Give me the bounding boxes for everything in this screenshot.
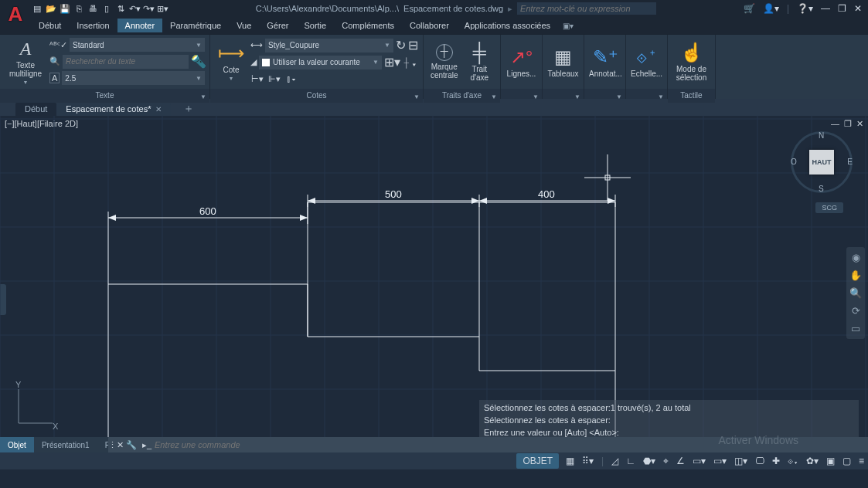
annotation-button[interactable]: ✎⁺Annotat... <box>589 38 622 86</box>
open-icon[interactable]: 📂 <box>45 2 57 15</box>
navigation-bar[interactable]: ◉ ✋ 🔍 ⟳ ▭ <box>846 247 865 339</box>
ribbon-collapse-icon[interactable]: ▣▾ <box>563 22 574 30</box>
status-otrack-icon[interactable]: ∠ <box>672 453 689 469</box>
menu-vue[interactable]: Vue <box>229 19 259 32</box>
dim-style-combo[interactable]: Style_Coupure▼ <box>265 39 393 53</box>
orbit-icon[interactable]: ⟳ <box>852 305 860 317</box>
text-multiline-button[interactable]: A Texte multiligne ▼ <box>5 38 46 86</box>
tab-debut[interactable]: Début <box>15 102 56 116</box>
centerline-button[interactable]: ╪ Trait d'axe <box>464 38 496 86</box>
status-osnap-icon[interactable]: ⌖ <box>659 453 672 469</box>
help-icon[interactable]: ❔▾ <box>797 3 813 14</box>
dim-btn-a-icon[interactable]: ⊞▾ <box>384 55 400 69</box>
steering-wheel-icon[interactable]: ◉ <box>852 252 860 263</box>
status-scale-combo[interactable]: ⟐▾ <box>784 453 802 469</box>
menu-apps[interactable]: Applications associées <box>457 19 558 32</box>
cart-icon[interactable]: 🛒 <box>744 3 755 14</box>
menu-gerer[interactable]: Gérer <box>259 19 296 32</box>
status-custom-icon[interactable]: ≡ <box>855 453 868 469</box>
menu-sortie[interactable]: Sortie <box>296 19 334 32</box>
text-style-combo[interactable]: Standard▼ <box>70 38 205 52</box>
menu-collaborer[interactable]: Collaborer <box>402 19 457 32</box>
tab-add-button[interactable]: ＋ <box>179 102 199 116</box>
status-lwt-icon[interactable]: ▭▾ <box>689 453 710 469</box>
panel-expand-icon[interactable]: ▼ <box>414 90 420 104</box>
find-go-icon[interactable]: 🔦 <box>191 54 205 69</box>
cmdline-handle-icon[interactable]: ⋮✕ <box>108 440 124 450</box>
viewcube[interactable]: HAUT N S E O <box>791 131 853 193</box>
plot-icon[interactable]: 🖶 <box>87 2 99 15</box>
status-dd-icon[interactable]: ▭▾ <box>710 453 730 469</box>
layout-tab-objet[interactable]: Objet <box>0 437 34 452</box>
dim-break-icon[interactable]: ⊟ <box>408 38 418 53</box>
center-mark-button[interactable]: ┼ Marque centrale <box>428 38 461 86</box>
close-icon[interactable]: ✕ <box>854 3 862 14</box>
leaders-button[interactable]: ↗°Lignes... <box>505 38 537 86</box>
tab-espacement[interactable]: Espacement de cotes*✕ <box>56 102 171 116</box>
status-iso-icon[interactable]: ⬣▾ <box>639 453 659 469</box>
panel-expand-icon[interactable]: ▼ <box>574 90 580 104</box>
linear-dim-icon[interactable]: ⊢▾ <box>250 72 264 86</box>
status-trans-icon[interactable]: ◫▾ <box>730 453 751 469</box>
panel-expand-icon[interactable]: ▼ <box>200 90 206 104</box>
scale-button[interactable]: ⟐⁺Echelle... <box>631 38 662 86</box>
command-input[interactable] <box>155 440 868 449</box>
dim-style-icon[interactable]: ⟷ <box>250 40 263 50</box>
panel-expand-icon[interactable]: ▼ <box>533 90 539 104</box>
dimension-button[interactable]: ⟼ Cote ▼ <box>215 38 247 86</box>
zoom-icon[interactable]: 🔍 <box>849 287 862 299</box>
redo-icon[interactable]: ↷▾ <box>142 2 155 15</box>
new-icon[interactable]: ▤ <box>31 2 43 15</box>
viewcube-o[interactable]: O <box>791 158 797 166</box>
drawing-canvas[interactable]: [−][Haut][Filaire 2D] — ❐ ✕ <box>0 116 868 452</box>
status-snap-icon[interactable]: ⠿▾ <box>578 453 597 469</box>
tab-close-icon[interactable]: ✕ <box>155 105 162 114</box>
viewcube-scg[interactable]: SCG <box>815 202 843 213</box>
mobile-icon[interactable]: ▯ <box>100 2 113 15</box>
status-scale-icon[interactable]: ✚ <box>768 453 784 469</box>
status-ann-icon[interactable]: 🖵 <box>751 453 768 469</box>
menu-insertion[interactable]: Insertion <box>69 19 117 32</box>
continue-dim-icon[interactable]: ⊩▾ <box>267 72 281 86</box>
minimize-icon[interactable]: — <box>821 3 830 14</box>
panel-expand-icon[interactable]: ▼ <box>616 90 622 104</box>
help-search-input[interactable] <box>517 2 656 15</box>
app-logo[interactable]: A <box>5 3 26 25</box>
layout-tab-p1[interactable]: Présentation1 <box>34 437 97 452</box>
panel-expand-icon[interactable]: ▼ <box>491 90 497 104</box>
dim-update-icon[interactable]: ↻ <box>396 38 406 53</box>
restore-icon[interactable]: ❐ <box>838 3 846 14</box>
status-objet[interactable]: OBJET <box>516 453 559 469</box>
showmotion-icon[interactable]: ▭ <box>851 323 860 334</box>
viewcube-e[interactable]: E <box>847 158 853 166</box>
height-icon[interactable]: A <box>49 73 60 83</box>
panel-expand-icon[interactable]: ▼ <box>658 90 664 104</box>
text-find-input[interactable] <box>63 55 189 69</box>
menu-annoter[interactable]: Annoter <box>117 19 163 32</box>
viewcube-face[interactable]: HAUT <box>809 150 834 175</box>
status-clean-icon[interactable]: ▢ <box>839 453 855 469</box>
menu-debut[interactable]: Début <box>31 19 69 32</box>
spellcheck-icon[interactable]: ᴬᴮᶜ✓ <box>49 40 67 50</box>
find-icon[interactable]: 🔍 <box>49 56 60 66</box>
status-polar-icon[interactable]: ∟ <box>622 453 639 469</box>
status-ws-icon[interactable]: ✿▾ <box>802 453 822 469</box>
save-icon[interactable]: 💾 <box>59 2 71 15</box>
dim-layer-combo[interactable]: Utiliser la valeur courante▼ <box>259 56 382 69</box>
saveas-icon[interactable]: ⎘ <box>73 2 85 15</box>
pan-icon[interactable]: ✋ <box>849 269 862 281</box>
status-monitor-icon[interactable]: ▣ <box>822 453 839 469</box>
touch-mode-button[interactable]: ☝Mode de sélection <box>672 38 710 86</box>
baseline-dim-icon[interactable]: ⫿▾ <box>284 72 298 86</box>
user-icon[interactable]: 👤▾ <box>763 3 779 14</box>
command-line[interactable]: ⋮✕ 🔧 ▸_ <box>108 437 868 452</box>
viewcube-s[interactable]: S <box>819 185 824 193</box>
cloud-icon[interactable]: ⇅ <box>114 2 127 15</box>
cmdline-config-icon[interactable]: 🔧 <box>124 440 139 450</box>
menu-parametrique[interactable]: Paramétrique <box>162 19 229 32</box>
status-ortho-icon[interactable]: ◿ <box>608 453 622 469</box>
text-height-combo[interactable]: 2.5▼ <box>62 71 205 85</box>
tables-button[interactable]: ▦Tableaux <box>547 38 579 86</box>
undo-icon[interactable]: ↶▾ <box>128 2 141 15</box>
status-grid-icon[interactable]: ▦ <box>562 453 578 469</box>
